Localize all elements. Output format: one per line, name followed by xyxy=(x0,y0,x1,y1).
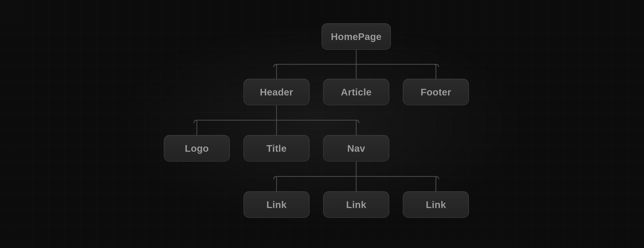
node-label: Link xyxy=(266,199,287,210)
node-label: Link xyxy=(346,199,366,210)
node-link-1: Link xyxy=(244,191,310,218)
node-label: Logo xyxy=(185,143,209,154)
node-label: Header xyxy=(260,87,293,98)
node-label: Nav xyxy=(347,143,365,154)
node-label: HomePage xyxy=(331,31,382,42)
node-nav: Nav xyxy=(323,135,389,162)
node-link-2: Link xyxy=(323,191,389,218)
node-link-3: Link xyxy=(403,191,469,218)
node-label: Footer xyxy=(420,87,451,98)
node-footer: Footer xyxy=(403,79,469,105)
node-label: Title xyxy=(266,143,286,154)
node-homepage: HomePage xyxy=(322,23,391,50)
node-article: Article xyxy=(323,79,389,105)
node-logo: Logo xyxy=(164,135,230,162)
node-header: Header xyxy=(244,79,310,105)
node-title: Title xyxy=(244,135,310,162)
node-label: Article xyxy=(341,87,372,98)
node-label: Link xyxy=(426,199,446,210)
